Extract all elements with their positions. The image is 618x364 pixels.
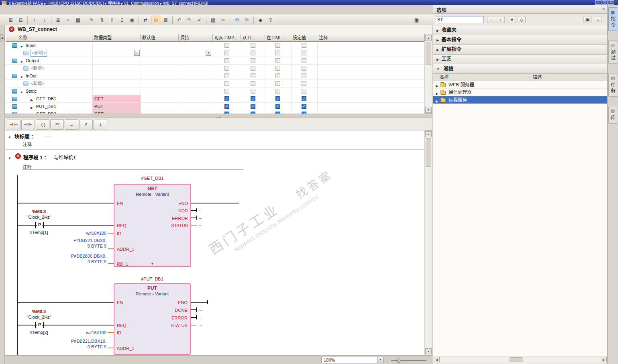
interface-row[interactable]: Static [5, 87, 424, 95]
hmi-checkbox[interactable] [224, 96, 229, 101]
titlebar[interactable]: s Example站 FACE ▸ HM10 [CPU 1215C DC/DC/… [0, 0, 618, 5]
hmi-checkbox[interactable] [224, 51, 229, 55]
network-title[interactable]: 与堆垛机1 [54, 154, 76, 161]
operand-rd1-line1[interactable]: P#DB2800.DBX0. [49, 254, 106, 258]
call-structure-icon[interactable]: ⊠ [161, 16, 170, 24]
canvas-scroll-thumb[interactable] [426, 138, 431, 167]
hmi-checkbox[interactable] [275, 81, 280, 86]
split-editor-icon[interactable]: ▣ [412, 16, 421, 24]
hmi-checkbox[interactable] [302, 89, 306, 94]
pin-req[interactable]: REQ [117, 323, 126, 328]
pin-id[interactable]: ID [117, 330, 121, 335]
pin-error[interactable]: ERROR [171, 315, 188, 320]
upload-from-device-icon[interactable]: ↥ [117, 16, 126, 24]
cross-reference-icon[interactable]: ∞ [218, 16, 228, 24]
operand-tag[interactable]: "Clock_2Hz" [17, 215, 61, 220]
monitoring-icon[interactable]: ◎ [151, 16, 160, 24]
comm-folder-row[interactable]: 通信处理器 [433, 89, 607, 96]
operand-rd1-line2[interactable]: 0 BYTE 9 [49, 259, 106, 264]
interface-row[interactable]: PUT_DB1PUT [5, 103, 424, 110]
insert-row-icon[interactable]: ⊞ [6, 16, 15, 24]
interface-row[interactable]: GET_DB1GET [5, 95, 424, 103]
import-export-icon[interactable]: ⇅ [97, 16, 106, 24]
hmi-checkbox[interactable] [275, 89, 280, 94]
hmi-checkbox[interactable] [275, 73, 280, 78]
close-branch-icon[interactable]: ↱ [79, 120, 93, 130]
hmi-checkbox[interactable] [302, 66, 306, 71]
pin-eno[interactable]: ENO [178, 300, 188, 305]
put-instance-label[interactable]: #PUT_DB1 [114, 277, 191, 281]
hmi-checkbox[interactable] [224, 81, 229, 86]
collapse-left-pane-button[interactable]: ◀ [0, 34, 4, 42]
error-placeholder[interactable]: ... [199, 215, 202, 220]
row-name[interactable]: <新增> [31, 80, 45, 87]
hmi-checkbox[interactable] [275, 58, 280, 63]
sync-online-icon[interactable]: ⟳ [242, 16, 251, 24]
empty-box-icon[interactable]: ?? [50, 119, 64, 130]
find-prev-icon[interactable]: ↑ [497, 16, 505, 23]
done-placeholder[interactable]: ... [198, 307, 202, 311]
comm-folder-row[interactable]: WEB 服务器 [433, 81, 607, 89]
hmi-checkbox[interactable] [251, 104, 255, 109]
task-card-1[interactable]: ▦指令 [608, 7, 617, 31]
pin-en[interactable]: EN [117, 201, 123, 206]
hmi-checkbox[interactable] [224, 89, 229, 94]
get-instance-label[interactable]: #GET_DB1 [114, 176, 191, 181]
pin-done[interactable]: DONE [175, 308, 188, 313]
panel-collapse-icon[interactable]: » [602, 6, 605, 11]
redo-icon[interactable]: ↷ [185, 16, 194, 24]
delete-row-icon[interactable]: ⊟ [16, 16, 25, 24]
hmi-checkbox[interactable] [275, 66, 280, 71]
hmi-checkbox[interactable] [275, 43, 280, 48]
scroll-down-icon[interactable] [425, 107, 432, 113]
hmi-checkbox[interactable] [302, 58, 306, 63]
interface-row[interactable]: <新增> [5, 65, 424, 72]
task-card-3[interactable]: ▤任务 [608, 73, 617, 97]
help-icon[interactable]: ? [266, 16, 275, 24]
table-scroll-thumb[interactable] [426, 42, 431, 65]
operand-address[interactable]: %M0.3 [21, 209, 57, 214]
link-icon[interactable]: ◆ [256, 16, 265, 24]
pin-error[interactable]: ERROR [172, 216, 188, 221]
hmi-checkbox[interactable] [251, 81, 255, 86]
instruction-section-0[interactable]: 收藏夹 [433, 26, 607, 35]
float-panel-icon[interactable]: ▣ [583, 16, 591, 23]
hmi-checkbox[interactable] [224, 58, 229, 63]
pin-addr1[interactable]: ADDR_1 [117, 247, 134, 252]
hmi-checkbox[interactable] [275, 51, 280, 55]
col-header-hmi-write[interactable]: 从 H... [241, 34, 265, 42]
hmi-checkbox[interactable] [302, 73, 306, 78]
insert-network-icon[interactable]: ⊥ [94, 120, 107, 130]
hmi-checkbox[interactable] [302, 51, 306, 55]
hmi-checkbox[interactable] [251, 89, 255, 94]
hmi-checkbox[interactable] [302, 104, 306, 109]
pin-eno[interactable]: ENO [178, 201, 188, 206]
find-next-icon[interactable]: ↓ [487, 16, 495, 23]
row-name[interactable]: <新增> [31, 65, 45, 72]
operand-temp[interactable]: #Temp[1] [21, 230, 57, 235]
col-header-comment[interactable]: 注释 [317, 34, 424, 42]
operand-addr1-line1[interactable]: P#DB221.DBX0. [49, 238, 106, 243]
interface-row[interactable]: Input [5, 42, 424, 49]
p-edge-contact[interactable]: P [37, 322, 42, 327]
scroll-up-icon[interactable] [425, 35, 432, 41]
col-header-hmi-visible[interactable]: 在 HMI ... [265, 34, 291, 42]
hmi-checkbox[interactable] [224, 73, 229, 78]
operand-temp[interactable]: #Temp[2] [21, 330, 57, 335]
panel-horizontal-scrollbar[interactable] [433, 356, 607, 363]
canvas-scrollbar[interactable] [424, 130, 432, 355]
table-scrollbar[interactable] [424, 34, 432, 114]
task-card-2[interactable]: ◎测试 [608, 40, 617, 64]
row-name[interactable]: Output [26, 57, 39, 64]
instruction-section-1[interactable]: 基本指令 [433, 35, 607, 45]
datatype-cell[interactable]: GET [92, 95, 141, 102]
operand-addr1-line2[interactable]: 0 BYTE 9 [49, 344, 106, 349]
hmi-checkbox[interactable] [251, 58, 255, 63]
hmi-checkbox[interactable] [224, 104, 229, 109]
absolute-addressing-icon[interactable]: ⇄ [141, 16, 150, 24]
operand-address[interactable]: %M0.3 [21, 309, 57, 314]
no-contact-icon[interactable]: ⊣ ⊢ [7, 120, 20, 130]
collapse-all-icon[interactable]: ≡ [63, 16, 73, 24]
section-communication[interactable]: 通信 [433, 64, 607, 74]
panel-scroll-thumb[interactable] [510, 357, 523, 362]
